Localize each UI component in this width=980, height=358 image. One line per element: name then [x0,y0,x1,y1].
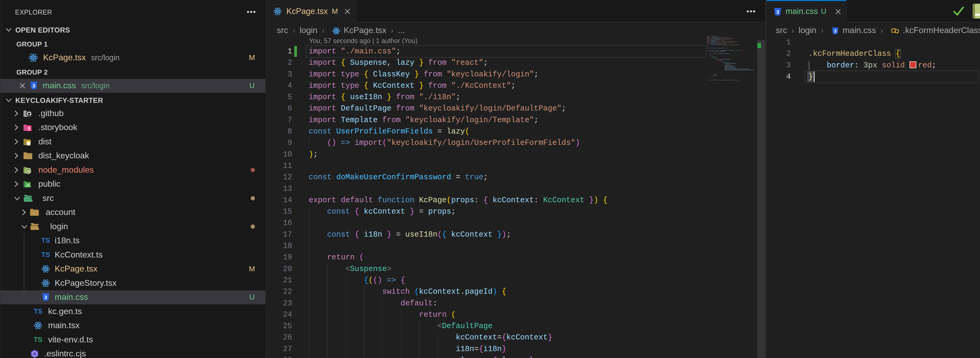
svg-text:TS: TS [33,336,42,344]
svg-text:TS: TS [33,307,42,315]
svg-text:TS: TS [41,237,50,244]
svg-text:3: 3 [32,83,35,89]
svg-text:</>: </> [25,198,32,202]
svg-text:S: S [28,126,30,131]
svg-text:JS: JS [26,169,30,173]
svg-text:TS: TS [41,251,50,259]
svg-text:3: 3 [45,294,47,300]
svg-text:3: 3 [776,9,779,15]
svg-text:3: 3 [834,29,836,34]
